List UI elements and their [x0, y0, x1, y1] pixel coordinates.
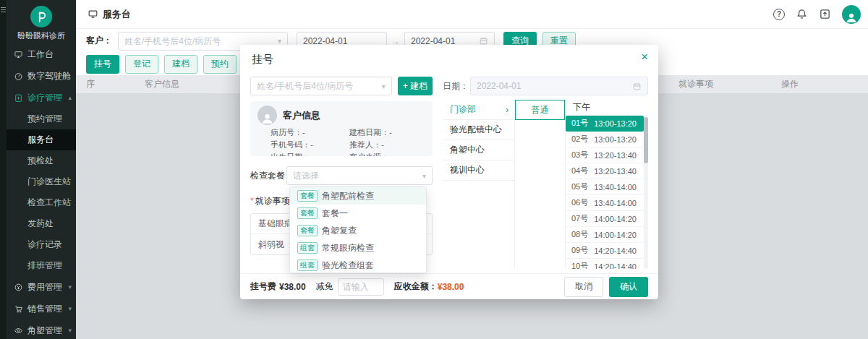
field-label: 出生日期： [271, 153, 310, 156]
sidebar: 盼盼眼科诊所 工作台 数字驾驶舱 诊疗管理 ▴ 预约管理 服务台 预检 [0, 0, 76, 339]
sidebar-group-ortho[interactable]: 角塑管理 ▾ [7, 319, 76, 339]
sidebar-item-schedule-management[interactable]: 排班管理 [7, 255, 76, 276]
slot-item[interactable]: 10号14:20-14:40 [566, 259, 644, 269]
menu-toggle-icon[interactable] [1, 6, 6, 14]
type-column: 普通 [515, 100, 566, 269]
page-title: 服务台 [103, 8, 131, 21]
sidebar-item-precheck[interactable]: 预检处 [7, 150, 76, 171]
sidebar-item-appointment-management[interactable]: 预约管理 [7, 108, 76, 129]
sidebar-item-label: 排班管理 [27, 259, 62, 272]
modal-create-file-button[interactable]: + 建档 [398, 77, 433, 95]
slot-item[interactable]: 08号14:00-14:20 [566, 227, 644, 243]
slot-number: 05号 [571, 181, 588, 192]
clinic-logo-icon [30, 6, 52, 27]
period-label: 下午 [566, 100, 648, 116]
column-visit-items: 就诊事项 [678, 75, 713, 93]
sidebar-item-dispensary[interactable]: 发药处 [7, 213, 76, 234]
caret-down-icon: ▾ [422, 172, 426, 180]
modal-title: 挂号 [252, 53, 273, 66]
sidebar-item-workbench[interactable]: 工作台 [7, 43, 76, 65]
sidebar-group-treatment[interactable]: 诊疗管理 ▴ [7, 87, 76, 108]
sidebar-item-treatment-records[interactable]: 诊疗记录 [7, 234, 76, 255]
fee-label: 挂号费 [250, 280, 276, 293]
slot-time: 14:00-14:20 [594, 215, 637, 223]
create-file-button[interactable]: 建档 [164, 55, 197, 74]
package-option[interactable]: 套餐 角塑配前检查 [290, 187, 426, 205]
confirm-button[interactable]: 确认 [609, 277, 648, 297]
sidebar-item-cockpit[interactable]: 数字驾驶舱 [7, 65, 76, 87]
sidebar-item-service-desk[interactable]: 服务台 [7, 129, 76, 150]
slot-item[interactable]: 04号13:20-13:40 [566, 163, 644, 179]
customer-fields: 病历号：- 建档日期：- 手机号码：- 推荐人：- 出生日期：- 客户来源：- [271, 127, 425, 156]
appointment-button[interactable]: 预约 [203, 55, 237, 74]
person-icon [260, 111, 274, 125]
package-tag: 套餐 [297, 225, 318, 236]
sidebar-group-sales[interactable]: 销售管理 ▾ [7, 298, 76, 319]
department-item[interactable]: 验光配镜中心 [443, 120, 514, 140]
slot-list: 01号13:00-13:20 02号13:00-13:20 03号13:20-1… [566, 116, 644, 269]
department-item[interactable]: 门诊部 › [443, 100, 514, 120]
slot-time: 13:40-14:00 [594, 183, 637, 192]
package-option[interactable]: 组套 常规眼病检查 [290, 239, 426, 257]
slot-item[interactable]: 07号14:00-14:20 [566, 211, 644, 227]
slot-item[interactable]: 06号13:40-14:00 [566, 195, 644, 211]
scrollbar-thumb[interactable] [644, 117, 648, 163]
slot-item[interactable]: 01号13:00-13:20 [566, 116, 644, 132]
department-label: 门诊部 [450, 103, 476, 116]
sidebar-item-outpatient-doctor-station[interactable]: 门诊医生站 [7, 171, 76, 192]
register-button[interactable]: 挂号 [86, 55, 119, 74]
package-option[interactable]: 组套 验光检查组套 [290, 257, 426, 273]
package-select-input[interactable] [293, 171, 422, 181]
package-select[interactable]: ▾ [286, 166, 433, 185]
slot-item[interactable]: 02号13:00-13:20 [566, 132, 644, 147]
customer-avatar-icon [258, 106, 277, 125]
customer-field: 手机号码：- [271, 140, 346, 150]
checkin-button[interactable]: 登记 [125, 55, 158, 74]
patient-search-input[interactable] [257, 81, 382, 91]
slot-number: 08号 [571, 229, 588, 240]
due-label: 应收金额： [394, 280, 438, 293]
discount-input-wrap[interactable] [338, 278, 384, 296]
person-icon [845, 11, 858, 24]
package-dropdown: 套餐 角塑配前检查 套餐 套餐一 套餐 角塑复查 组套 常规眼病检查 组套 验光… [289, 186, 427, 273]
slot-time: 14:20-14:40 [594, 246, 637, 255]
slot-number: 04号 [571, 166, 588, 176]
field-value: - [381, 140, 384, 149]
sidebar-content: 盼盼眼科诊所 工作台 数字驾驶舱 诊疗管理 ▴ 预约管理 服务台 预检 [7, 0, 76, 339]
help-icon[interactable]: ? [773, 9, 785, 20]
gauge-icon [14, 72, 23, 81]
sidebar-group-label: 角塑管理 [27, 325, 62, 337]
slot-number: 07号 [571, 213, 588, 224]
bell-icon[interactable] [796, 8, 808, 20]
package-option[interactable]: 套餐 角塑复查 [290, 222, 426, 239]
sidebar-group-fee[interactable]: 费用管理 ▾ [7, 276, 76, 298]
package-tag: 套餐 [297, 207, 318, 219]
patient-search-select[interactable]: ▾ [250, 77, 392, 95]
department-label: 视训中心 [450, 164, 485, 176]
package-option[interactable]: 套餐 套餐一 [290, 205, 426, 222]
discount-input[interactable] [343, 282, 379, 292]
package-option-label: 验光检查组套 [322, 259, 374, 272]
slot-number: 02号 [571, 134, 588, 145]
slot-item[interactable]: 03号13:20-13:40 [566, 147, 644, 163]
close-icon[interactable]: × [641, 50, 648, 64]
cancel-button[interactable]: 取消 [564, 277, 603, 297]
arrow-right-icon: › [506, 105, 509, 115]
department-item[interactable]: 角塑中心 [443, 140, 514, 160]
user-avatar[interactable] [842, 5, 861, 24]
type-normal-option[interactable]: 普通 [515, 100, 565, 120]
sidebar-item-exam-workstation[interactable]: 检查工作站 [7, 192, 76, 213]
slot-item[interactable]: 09号14:20-14:40 [566, 243, 644, 259]
sidebar-item-label: 诊疗记录 [27, 239, 62, 251]
slot-scrollbar[interactable] [644, 116, 648, 269]
department-list: 门诊部 › 验光配镜中心 角塑中心 视训中心 [443, 100, 515, 269]
field-value: - [302, 128, 305, 137]
service-desk-icon [88, 9, 98, 20]
package-tag: 组套 [297, 242, 318, 254]
field-value: - [389, 153, 392, 156]
changelog-icon[interactable] [819, 8, 831, 20]
caret-down-icon: ▾ [68, 327, 72, 334]
caret-down-icon: ▾ [68, 283, 72, 291]
slot-item[interactable]: 05号13:40-14:00 [566, 179, 644, 195]
department-item[interactable]: 视训中心 [443, 160, 514, 181]
